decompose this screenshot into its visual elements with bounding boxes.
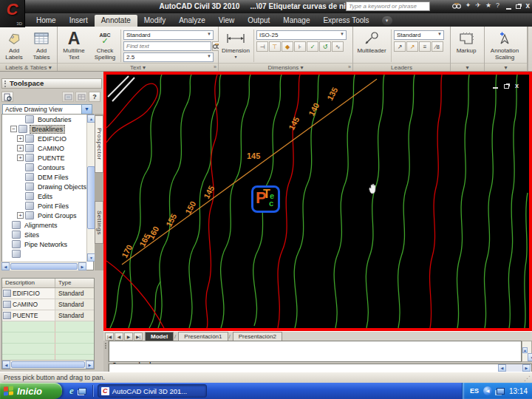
close-icon[interactable]: x [525,2,530,10]
view-selector-arrow-icon[interactable]: ▼ [81,105,92,114]
tree-item-edits[interactable]: Edits [2,191,93,201]
tree-item-alignments[interactable]: Alignments [2,220,93,230]
tab-modify[interactable]: Modify [137,15,172,27]
restore-icon[interactable] [516,4,521,9]
panel-title-markup[interactable]: ▾ [451,63,484,71]
update-dimension-icon[interactable]: ↺ [319,41,331,52]
remove-leader-icon[interactable]: ↗ [406,41,418,52]
tree-minus-expander-icon[interactable]: − [10,126,17,132]
scrollbar-track[interactable] [506,364,522,372]
panel-title-annotation-scaling[interactable]: ▾ [485,63,527,71]
scroll-right-icon[interactable]: ▶ [522,364,531,372]
tree-horizontal-scrollbar[interactable]: ◀ ▶ [1,262,86,270]
tree-item-camino[interactable]: +CAMINO [2,143,93,153]
layout-last-icon[interactable]: ▶| [134,332,143,341]
network-tray-icon[interactable] [497,388,505,395]
break-dimension-icon[interactable]: ⊣ [256,41,268,52]
tab-annotate[interactable]: Annotate [95,15,137,27]
panel-title-text[interactable]: Text ▾» [58,63,218,71]
table-row-camino[interactable]: CAMINOStandard [2,299,94,310]
tab-home[interactable]: Home [30,15,63,27]
tree-item-drawing-objects[interactable]: Drawing Objects [2,182,93,191]
search-binoculars-icon[interactable] [452,2,461,9]
layout-first-icon[interactable]: |◀ [105,332,114,341]
minimize-icon[interactable] [506,8,511,10]
drawing-viewport[interactable]: 170165160155150145145145140135 PTec x [103,72,532,331]
adjust-space-icon[interactable]: ⊤ [269,41,281,52]
inspect-icon[interactable]: ◆ [282,41,293,52]
layout-tab-model[interactable]: Model [145,332,174,341]
column-header-description[interactable]: Description [2,279,55,287]
internet-explorer-icon[interactable]: e [69,385,74,397]
text-height-combo[interactable]: 2.5▼ [123,52,214,62]
command-scrollbar[interactable]: ▲ ▼ [522,341,532,362]
continue-dimension-icon[interactable]: ⊦ [294,41,306,52]
tree-item-puente[interactable]: +PUENTE [2,153,93,163]
align-leaders-icon[interactable]: ≡ [419,41,431,52]
close-icon[interactable]: x [515,82,519,89]
clock[interactable]: 13:14 [509,387,528,395]
scroll-left-icon[interactable]: ◀ [2,361,10,369]
tree-plus-expander-icon[interactable]: + [17,212,24,219]
panel-launcher-icon[interactable]: » [348,63,351,71]
check-dimension-icon[interactable]: ✓ [307,41,318,52]
table-horizontal-scrollbar[interactable]: ◀ ▶ [2,360,94,369]
favorites-star-icon[interactable]: ★ [485,1,491,9]
text-style-combo[interactable]: Standard▼ [123,30,214,40]
tree-item-point-files[interactable]: Point Files [2,201,93,211]
panel-title-leaders[interactable]: Leaders [353,63,450,71]
tree-item-dem-files[interactable]: DEM Files [2,172,93,182]
hide-icons-chevron-icon[interactable]: ◀ [483,386,492,395]
layout-next-icon[interactable]: ▶ [124,332,133,341]
scroll-right-icon[interactable]: ▶ [78,262,86,270]
view-selector-combo[interactable]: Active Drawing View▼ [2,104,92,115]
restore-icon[interactable] [504,84,509,89]
tree-item-boundaries[interactable]: Boundaries [2,115,93,124]
layout-tab-presentación2[interactable]: Presentación2 [233,332,282,341]
panel-launcher-icon[interactable]: » [214,63,216,71]
dimension-style-combo[interactable]: ISO-25▼ [256,30,347,40]
subscription-key-icon[interactable]: ✦ [466,1,471,9]
tab-manage[interactable]: Manage [276,15,316,27]
toolspace-title[interactable]: Toolspace [1,78,102,89]
toolspace-tab-prospector[interactable]: Prospector [95,115,103,173]
autocad-logo-menu-button[interactable]: C 3D [0,0,25,27]
minimize-ribbon-icon[interactable]: ▾ [382,16,392,25]
tree-vertical-scrollbar[interactable]: ▲ ▼ [86,115,95,262]
tree-item-point-groups[interactable]: +Point Groups [2,211,93,220]
collect-leaders-icon[interactable]: ∕8 [432,41,443,52]
start-button[interactable]: Inicio [0,383,62,399]
toolspace-tab-settings[interactable]: Settings [95,201,103,244]
toolspace-help-icon[interactable]: ? [89,92,100,102]
command-horizontal-scrollbar[interactable]: ◀ ▶ [498,364,531,372]
panel-title-dimensions[interactable]: Dimensions ▾» [219,63,352,71]
tree-plus-expander-icon[interactable]: + [17,135,24,142]
task-button-autocad[interactable]: C AutoCAD Civil 3D 201... [98,384,207,398]
scroll-down-icon[interactable]: ▼ [528,353,532,361]
add-leader-icon[interactable]: ↗ [394,41,406,52]
scroll-left-icon[interactable]: ◀ [498,364,506,372]
tree-item-contours[interactable]: Contours [2,163,93,172]
tree-plus-expander-icon[interactable]: + [17,154,24,161]
tree-item-pipe-networks[interactable]: Pipe Networks [2,239,93,249]
search-input[interactable] [346,1,430,11]
find-text-input[interactable] [123,41,211,51]
column-header-type[interactable]: Type [55,279,94,287]
layout-tab-presentación1[interactable]: Presentación1 [178,332,228,341]
show-desktop-icon[interactable] [78,388,86,395]
table-row-puente[interactable]: PUENTEStandard [2,310,94,321]
scroll-up-icon[interactable]: ▲ [522,347,528,353]
tab-insert[interactable]: Insert [63,15,95,27]
help-icon[interactable]: ? [496,1,499,9]
resize-grip-icon[interactable]: ⋰ [524,375,531,382]
jog-line-icon[interactable]: ∿ [332,41,344,52]
tree-plus-expander-icon[interactable]: + [17,145,24,151]
panorama-icon[interactable] [62,92,74,102]
preview-toggle-icon[interactable] [1,92,13,102]
palette-grip[interactable] [4,81,6,87]
communication-center-icon[interactable]: ✈ [475,1,481,9]
tab-output[interactable]: Output [241,15,276,27]
table-row-edificio[interactable]: EDIFICIOStandard [2,288,94,299]
tab-view[interactable]: View [212,15,242,27]
layout-prev-icon[interactable]: ◀ [115,332,123,341]
